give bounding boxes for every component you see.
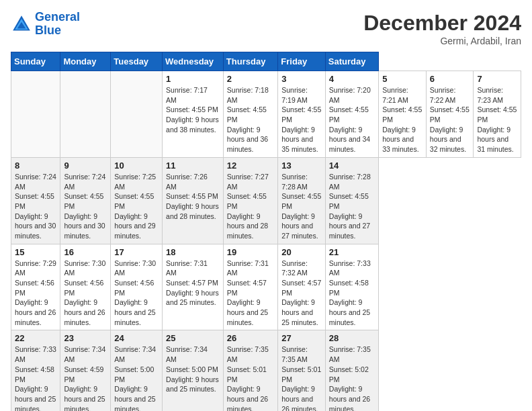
day-info: Sunrise: 7:17 AMSunset: 4:55 PMDaylight:…: [166, 85, 220, 134]
day-info: Sunrise: 7:31 AMSunset: 4:57 PMDaylight:…: [166, 259, 220, 308]
day-info: Sunrise: 7:25 AMSunset: 4:55 PMDaylight:…: [114, 172, 159, 241]
day-number: 1: [166, 74, 220, 84]
day-info: Sunrise: 7:21 AMSunset: 4:55 PMDaylight:…: [382, 85, 423, 154]
day-number: 13: [281, 161, 322, 171]
calendar-cell: 19Sunrise: 7:31 AMSunset: 4:57 PMDayligh…: [223, 244, 277, 330]
calendar-cell: 12Sunrise: 7:27 AMSunset: 4:55 PMDayligh…: [223, 157, 277, 244]
calendar-cell: 28Sunrise: 7:35 AMSunset: 5:02 PMDayligh…: [325, 330, 378, 411]
calendar-cell: 5Sunrise: 7:21 AMSunset: 4:55 PMDaylight…: [379, 71, 427, 158]
day-number: 5: [382, 74, 423, 84]
calendar-cell: 27Sunrise: 7:35 AMSunset: 5:01 PMDayligh…: [278, 330, 326, 411]
calendar-cell: 3Sunrise: 7:19 AMSunset: 4:55 PMDaylight…: [278, 71, 326, 158]
month-title: December 2024: [363, 11, 521, 36]
day-number: 20: [281, 247, 322, 257]
day-number: 10: [114, 161, 159, 171]
header-monday: Monday: [60, 52, 111, 71]
day-number: 16: [64, 247, 107, 257]
day-number: 8: [15, 161, 56, 171]
day-info: Sunrise: 7:27 AMSunset: 4:55 PMDaylight:…: [227, 172, 274, 241]
day-number: 28: [329, 333, 375, 343]
calendar-cell: 13Sunrise: 7:28 AMSunset: 4:55 PMDayligh…: [278, 157, 326, 244]
header-thursday: Thursday: [223, 52, 277, 71]
day-number: 26: [227, 333, 274, 343]
calendar-cell: 17Sunrise: 7:30 AMSunset: 4:56 PMDayligh…: [111, 244, 163, 330]
day-info: Sunrise: 7:30 AMSunset: 4:56 PMDaylight:…: [64, 259, 107, 328]
logo: General Blue: [11, 11, 80, 38]
day-info: Sunrise: 7:24 AMSunset: 4:55 PMDaylight:…: [15, 172, 56, 241]
day-info: Sunrise: 7:20 AMSunset: 4:55 PMDaylight:…: [329, 85, 375, 154]
day-number: 25: [166, 333, 220, 343]
day-number: 15: [15, 247, 56, 257]
day-number: 9: [64, 161, 107, 171]
calendar-cell: 24Sunrise: 7:34 AMSunset: 5:00 PMDayligh…: [111, 330, 163, 411]
day-number: 22: [15, 333, 56, 343]
header-sunday: Sunday: [11, 52, 60, 71]
day-number: 19: [227, 247, 274, 257]
day-info: Sunrise: 7:28 AMSunset: 4:55 PMDaylight:…: [329, 172, 375, 241]
day-info: Sunrise: 7:30 AMSunset: 4:56 PMDaylight:…: [114, 259, 159, 328]
logo-text: General Blue: [35, 11, 80, 38]
day-number: 21: [329, 247, 375, 257]
calendar-cell: 11Sunrise: 7:26 AMSunset: 4:55 PMDayligh…: [163, 157, 224, 244]
header-friday: Friday: [278, 52, 326, 71]
calendar-header-row: SundayMondayTuesdayWednesdayThursdayFrid…: [11, 52, 521, 71]
logo-icon: [11, 13, 32, 35]
calendar-cell: 8Sunrise: 7:24 AMSunset: 4:55 PMDaylight…: [11, 157, 60, 244]
calendar-cell: [11, 71, 60, 158]
week-row-1: 1Sunrise: 7:17 AMSunset: 4:55 PMDaylight…: [11, 71, 521, 158]
week-row-2: 8Sunrise: 7:24 AMSunset: 4:55 PMDaylight…: [11, 157, 521, 244]
day-number: 2: [227, 74, 274, 84]
calendar-cell: 23Sunrise: 7:34 AMSunset: 4:59 PMDayligh…: [60, 330, 111, 411]
header-wednesday: Wednesday: [163, 52, 224, 71]
calendar: SundayMondayTuesdayWednesdayThursdayFrid…: [11, 52, 521, 411]
day-info: Sunrise: 7:28 AMSunset: 4:55 PMDaylight:…: [281, 172, 322, 241]
header-tuesday: Tuesday: [111, 52, 163, 71]
calendar-cell: 20Sunrise: 7:32 AMSunset: 4:57 PMDayligh…: [278, 244, 326, 330]
calendar-cell: [60, 71, 111, 158]
calendar-cell: 14Sunrise: 7:28 AMSunset: 4:55 PMDayligh…: [325, 157, 378, 244]
calendar-cell: 2Sunrise: 7:18 AMSunset: 4:55 PMDaylight…: [223, 71, 277, 158]
calendar-cell: 7Sunrise: 7:23 AMSunset: 4:55 PMDaylight…: [474, 71, 521, 158]
calendar-cell: 22Sunrise: 7:33 AMSunset: 4:58 PMDayligh…: [11, 330, 60, 411]
page-header: General Blue December 2024 Germi, Ardabi…: [11, 11, 521, 46]
day-number: 23: [64, 333, 107, 343]
day-info: Sunrise: 7:26 AMSunset: 4:55 PMDaylight:…: [166, 172, 220, 221]
calendar-cell: 15Sunrise: 7:29 AMSunset: 4:56 PMDayligh…: [11, 244, 60, 330]
day-info: Sunrise: 7:35 AMSunset: 5:02 PMDaylight:…: [329, 345, 375, 411]
day-info: Sunrise: 7:34 AMSunset: 5:00 PMDaylight:…: [166, 345, 220, 394]
day-number: 14: [329, 161, 375, 171]
location: Germi, Ardabil, Iran: [363, 36, 521, 46]
calendar-cell: 9Sunrise: 7:24 AMSunset: 4:55 PMDaylight…: [60, 157, 111, 244]
day-number: 4: [329, 74, 375, 84]
day-info: Sunrise: 7:19 AMSunset: 4:55 PMDaylight:…: [281, 85, 322, 154]
day-number: 3: [281, 74, 322, 84]
calendar-cell: 21Sunrise: 7:33 AMSunset: 4:58 PMDayligh…: [325, 244, 378, 330]
week-row-4: 22Sunrise: 7:33 AMSunset: 4:58 PMDayligh…: [11, 330, 521, 411]
calendar-cell: 10Sunrise: 7:25 AMSunset: 4:55 PMDayligh…: [111, 157, 163, 244]
calendar-cell: 18Sunrise: 7:31 AMSunset: 4:57 PMDayligh…: [163, 244, 224, 330]
day-info: Sunrise: 7:35 AMSunset: 5:01 PMDaylight:…: [281, 345, 322, 411]
day-info: Sunrise: 7:33 AMSunset: 4:58 PMDaylight:…: [15, 345, 56, 411]
calendar-cell: [111, 71, 163, 158]
day-info: Sunrise: 7:35 AMSunset: 5:01 PMDaylight:…: [227, 345, 274, 411]
day-info: Sunrise: 7:24 AMSunset: 4:55 PMDaylight:…: [64, 172, 107, 241]
calendar-cell: 16Sunrise: 7:30 AMSunset: 4:56 PMDayligh…: [60, 244, 111, 330]
day-number: 6: [430, 74, 470, 84]
day-number: 17: [114, 247, 159, 257]
day-info: Sunrise: 7:34 AMSunset: 5:00 PMDaylight:…: [114, 345, 159, 411]
day-info: Sunrise: 7:29 AMSunset: 4:56 PMDaylight:…: [15, 259, 56, 328]
calendar-cell: 4Sunrise: 7:20 AMSunset: 4:55 PMDaylight…: [325, 71, 378, 158]
day-info: Sunrise: 7:31 AMSunset: 4:57 PMDaylight:…: [227, 259, 274, 328]
calendar-cell: 6Sunrise: 7:22 AMSunset: 4:55 PMDaylight…: [426, 71, 474, 158]
day-number: 18: [166, 247, 220, 257]
calendar-cell: 25Sunrise: 7:34 AMSunset: 5:00 PMDayligh…: [163, 330, 224, 411]
day-number: 7: [477, 74, 517, 84]
day-info: Sunrise: 7:32 AMSunset: 4:57 PMDaylight:…: [281, 259, 322, 328]
day-info: Sunrise: 7:33 AMSunset: 4:58 PMDaylight:…: [329, 259, 375, 328]
header-saturday: Saturday: [325, 52, 378, 71]
day-info: Sunrise: 7:18 AMSunset: 4:55 PMDaylight:…: [227, 85, 274, 154]
day-info: Sunrise: 7:34 AMSunset: 4:59 PMDaylight:…: [64, 345, 107, 411]
day-info: Sunrise: 7:22 AMSunset: 4:55 PMDaylight:…: [430, 85, 470, 154]
day-number: 12: [227, 161, 274, 171]
day-number: 24: [114, 333, 159, 343]
